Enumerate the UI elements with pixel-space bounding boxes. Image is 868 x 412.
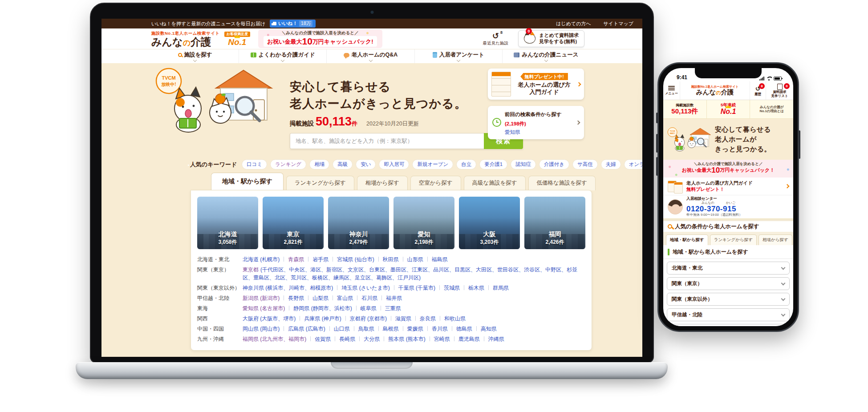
nav-item[interactable]: 施設を探す — [151, 49, 239, 63]
prefecture-link[interactable]: 広島県 (広島市) — [280, 326, 325, 332]
search-tab[interactable]: 相場から探す — [357, 176, 408, 190]
region-card[interactable]: 神奈川 2,479件 — [328, 197, 389, 249]
search-tab[interactable]: 低価格な施設を探す — [528, 176, 596, 190]
prefecture-link[interactable]: 神奈川県 (横浜市、川崎市、相模原市) — [243, 285, 333, 291]
region-card[interactable]: 大阪 3,203件 — [459, 197, 520, 249]
prefecture-link[interactable]: 徳島県 — [448, 326, 472, 332]
menu-button[interactable]: メニュー — [663, 81, 680, 100]
prefecture-link[interactable]: 千葉県 (千葉市) — [390, 285, 435, 291]
nav-item[interactable]: 入居者アンケート — [414, 49, 502, 63]
topbar-link[interactable]: はじめての方へ — [556, 20, 591, 27]
accordion-row[interactable]: 関東（東京以外） — [667, 293, 790, 306]
search-tab[interactable]: 地域・駅から探す — [211, 173, 284, 190]
keyword-pill[interactable]: 安い — [356, 159, 376, 170]
prefecture-link[interactable]: 滋賀県 — [387, 315, 411, 322]
nav-item[interactable]: よくわかる介護ガイド — [239, 49, 326, 63]
keyword-pill[interactable]: 即入居可 — [379, 159, 409, 170]
keyword-pill[interactable]: ランキング — [270, 159, 306, 170]
bulk-request-button[interactable]: 0 まとめて資料請求見学をする(無料) — [518, 30, 584, 47]
prefecture-link[interactable]: 栃木県 — [460, 285, 484, 291]
prefecture-link[interactable]: 埼玉県 (さいたま市) — [333, 285, 389, 291]
previous-search-card[interactable]: 前回の検索条件から探す(2,198件) 愛知県 — [488, 106, 584, 139]
keyword-pill[interactable]: 夫婦 — [601, 159, 621, 170]
prefecture-link[interactable]: 石川県 — [353, 295, 377, 301]
keyword-pill[interactable]: 要介護1 — [479, 159, 507, 170]
prefecture-link[interactable]: 青森県 — [280, 256, 304, 263]
prefecture-link[interactable]: 秋田県 — [374, 256, 399, 263]
phone-site-logo[interactable]: 施設数No.1老人ホーム検索サイト みんなの介護 — [680, 81, 750, 100]
previous-search-region[interactable]: 愛知県 — [505, 129, 573, 136]
prefecture-link[interactable]: 和歌山県 — [436, 315, 466, 322]
ward-links[interactable]: (千代田区、中央区、港区、新宿区、文京区、台東区、墨田区、江東区、品川区、目黒区… — [243, 267, 577, 281]
nav-item[interactable]: みんなの介護ニュース — [502, 49, 590, 63]
search-tab[interactable]: 相場から探す — [758, 234, 792, 245]
prefecture-link[interactable]: 兵庫県 (神戸市) — [296, 315, 341, 322]
topbar-link[interactable]: サイトマップ — [603, 20, 633, 27]
prefecture-link[interactable]: 奈良県 — [411, 315, 436, 322]
facebook-like-button[interactable]: いいね！ 18万 — [270, 20, 316, 28]
search-tab[interactable]: ランキングから探す — [286, 176, 354, 190]
keyword-pill[interactable]: 新規オープン — [412, 159, 453, 170]
prefecture-link[interactable]: 山梨県 — [304, 295, 329, 301]
guide-banner[interactable]: 無料プレゼント中! 老人ホームの選び方入門ガイド — [488, 69, 584, 100]
prefecture-link[interactable]: 福島県 — [423, 256, 448, 263]
prefecture-link[interactable]: 熊本県 (熊本市) — [380, 336, 425, 342]
prefecture-link[interactable]: 茨城県 — [435, 285, 460, 291]
search-tab[interactable]: 高級な施設を探す — [464, 176, 526, 190]
prefecture-link[interactable]: 島根県 — [374, 326, 399, 332]
keyword-pill[interactable]: 高級 — [333, 159, 353, 170]
accordion-row[interactable]: 東海 — [667, 324, 790, 326]
search-tab[interactable]: 地域・駅から探す — [666, 234, 708, 245]
prefecture-link[interactable]: 静岡県 (静岡市、浜松市) — [285, 305, 352, 311]
keyword-pill[interactable]: 口コミ — [242, 159, 267, 170]
prefecture-link[interactable]: 宮崎県 — [426, 336, 450, 342]
prefecture-link[interactable]: 福井県 — [377, 295, 402, 301]
region-card[interactable]: 東京 2,821件 — [263, 197, 324, 249]
prefecture-link[interactable]: 三重県 — [377, 305, 401, 311]
prefecture-link[interactable]: 富山県 — [329, 295, 353, 301]
prefecture-link[interactable]: 岡山県 (岡山市) — [243, 326, 280, 332]
accordion-row[interactable]: 甲信越・北陸 — [667, 308, 790, 321]
phone-history-button[interactable]: ↺ 8 履歴 — [750, 81, 766, 100]
search-tab[interactable]: ランキングから探す — [710, 234, 757, 245]
prefecture-link[interactable]: 愛媛県 — [399, 326, 423, 332]
region-card[interactable]: 福岡 2,426件 — [524, 197, 585, 249]
accordion-row[interactable]: 北海道・東北 — [667, 262, 790, 275]
keyword-pill[interactable]: 自立 — [456, 159, 476, 170]
prefecture-link[interactable]: 岩手県 — [304, 256, 329, 263]
prefecture-link[interactable]: 岐阜県 — [352, 305, 377, 311]
prefecture-link[interactable]: 大阪府 (大阪市、堺市) — [243, 315, 296, 322]
prefecture-link[interactable]: 新潟県 (新潟市) — [243, 295, 280, 301]
prefecture-link[interactable]: 大分県 — [355, 336, 380, 342]
keyword-pill[interactable]: 認知症 — [511, 159, 536, 170]
prefecture-link[interactable]: 香川県 — [423, 326, 448, 332]
prefecture-link[interactable]: 福岡県 (北九州市、福岡市) — [243, 336, 306, 342]
prefecture-link[interactable]: 東京都 — [243, 267, 259, 273]
phone-request-list-button[interactable]: 0 資料請求見学リスト — [766, 81, 793, 100]
accordion-row[interactable]: 関東（東京） — [667, 277, 790, 290]
keyword-pill[interactable]: オンライン見学 — [624, 159, 642, 170]
region-card[interactable]: 北海道 3,058件 — [197, 197, 258, 249]
prefecture-link[interactable]: 鹿児島県 — [450, 336, 480, 342]
prefecture-link[interactable]: 長野県 — [280, 295, 304, 301]
prefecture-link[interactable]: 山口県 — [325, 326, 350, 332]
cashback-campaign-banner[interactable]: ＼みんなの介護で施設入居を決めると／ お祝い金最大10万円キャッシュバック! — [258, 29, 382, 48]
phone-no1-reason-link[interactable]: みんなの介護がNo.1の理由とは — [750, 100, 793, 118]
prefecture-link[interactable]: 北海道 (札幌市) — [243, 256, 280, 263]
keyword-pill[interactable]: 介護付き — [539, 159, 569, 170]
nav-item[interactable]: 老人ホームのQ&A — [326, 49, 414, 63]
prefecture-link[interactable]: 山形県 — [399, 256, 423, 263]
prefecture-link[interactable]: 長崎県 — [331, 336, 355, 342]
phone-contact-band[interactable]: 入居相談センター みんなのかいご 0120-370-915 年中無休 9:00〜… — [663, 195, 793, 219]
search-input[interactable] — [290, 133, 484, 149]
prefecture-link[interactable]: 愛知県 (名古屋市) — [243, 305, 285, 311]
recent-facilities-button[interactable]: ↺8 最近見た施設 — [483, 32, 508, 45]
search-tab[interactable]: 空室から探す — [410, 176, 461, 190]
prefecture-link[interactable]: 高知県 — [472, 326, 497, 332]
keyword-pill[interactable]: 相場 — [309, 159, 329, 170]
prefecture-link[interactable]: 京都府 (京都市) — [341, 315, 387, 322]
prefecture-link[interactable]: 鳥取県 — [350, 326, 374, 332]
prefecture-link[interactable]: 群馬県 — [484, 285, 509, 291]
site-logo[interactable]: 施設数No.1老人ホーム検索サイト みんなの介護 お客様満足度 No.1 — [151, 31, 250, 47]
phone-guide-banner[interactable]: 老人ホームの選び方入門ガイド 無料プレゼント！ — [663, 178, 793, 195]
